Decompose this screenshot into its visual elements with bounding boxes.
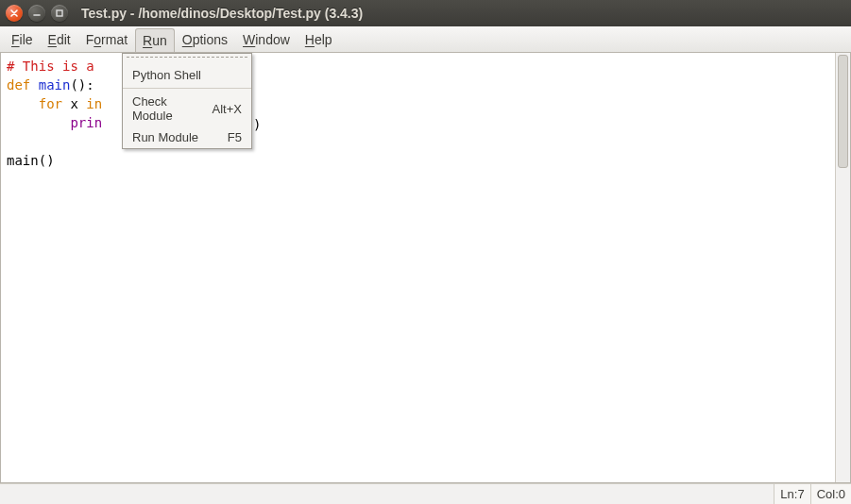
menu-item-python-shell[interactable]: Python Shell (123, 64, 251, 86)
menu-item-label: Run Module (132, 130, 218, 144)
code-call-main: main() (7, 153, 55, 168)
code-keyword-for: for (39, 96, 71, 111)
menu-run[interactable]: Run (135, 28, 175, 52)
menu-edit[interactable]: Edit (41, 26, 78, 52)
scrollbar-thumb[interactable] (838, 55, 848, 168)
code-func-name: main (39, 77, 71, 92)
minimize-icon[interactable] (28, 5, 45, 22)
status-line: Ln: 7 (774, 484, 809, 504)
menu-item-accel: F5 (228, 130, 242, 144)
run-menu-dropdown: Python Shell Check Module Alt+X Run Modu… (122, 53, 252, 149)
menu-item-accel: Alt+X (213, 102, 242, 116)
menu-window[interactable]: Window (235, 26, 298, 52)
code-keyword-in: in (86, 96, 102, 111)
menubar: File Edit Format Run Options Window Help (0, 26, 851, 53)
code-parens: (): (70, 77, 94, 92)
menu-item-check-module[interactable]: Check Module Alt+X (123, 88, 251, 126)
menu-item-label: Check Module (132, 94, 203, 123)
code-comment: # This is a (7, 59, 102, 74)
maximize-icon[interactable] (51, 5, 68, 22)
window-title: Test.py - /home/dinos/Desktop/Test.py (3… (81, 6, 363, 21)
tearoff-handle[interactable] (127, 57, 247, 62)
code-builtin-print: prin (70, 115, 102, 130)
svg-rect-0 (57, 10, 62, 16)
code-trailing-paren: ) (253, 117, 261, 132)
menu-item-label: Python Shell (132, 68, 242, 82)
menu-file[interactable]: File (4, 26, 41, 52)
menu-help[interactable]: Help (298, 26, 340, 52)
menu-format[interactable]: Format (78, 26, 135, 52)
code-keyword-def: def (7, 77, 39, 92)
window-titlebar: Test.py - /home/dinos/Desktop/Test.py (3… (0, 0, 851, 26)
menu-item-run-module[interactable]: Run Module F5 (123, 126, 251, 148)
close-icon[interactable] (6, 5, 23, 22)
status-column: Col: 0 (810, 484, 851, 504)
vertical-scrollbar[interactable] (835, 53, 850, 482)
menu-options[interactable]: Options (175, 26, 235, 52)
statusbar: Ln: 7 Col: 0 (0, 483, 851, 504)
